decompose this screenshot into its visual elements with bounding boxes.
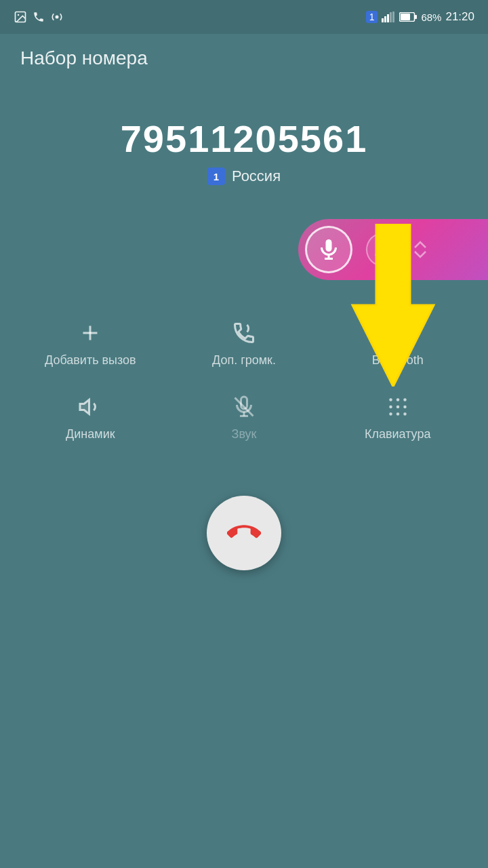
- mute-sound-button[interactable]: Звук: [167, 381, 321, 455]
- call-options-grid: Добавить вызов Доп. громк. Bluetooth Дин…: [14, 307, 474, 455]
- svg-rect-12: [326, 239, 332, 252]
- number-area: 79511205561 1 Россия: [0, 76, 488, 199]
- phone-number: 79511205561: [14, 117, 474, 161]
- bluetooth-button[interactable]: Bluetooth: [321, 307, 474, 381]
- extra-volume-label: Доп. громк.: [212, 353, 276, 368]
- svg-point-25: [389, 398, 392, 401]
- svg-rect-9: [401, 14, 410, 20]
- status-left-icons: [14, 10, 64, 24]
- signal-icon: [50, 10, 64, 24]
- speaker-button[interactable]: Динамик: [14, 381, 167, 455]
- svg-rect-10: [415, 15, 417, 19]
- svg-rect-3: [382, 18, 384, 22]
- svg-point-26: [396, 398, 399, 401]
- svg-point-28: [389, 406, 392, 409]
- svg-marker-20: [80, 400, 89, 414]
- status-right-icons: 1 68% 21:20: [366, 10, 474, 24]
- signal-bars-icon: [382, 12, 395, 22]
- speaker-label: Динамик: [66, 427, 115, 441]
- svg-point-27: [403, 398, 407, 401]
- svg-rect-4: [384, 16, 386, 22]
- more-options-button[interactable]: [413, 241, 427, 258]
- end-call-icon: [227, 516, 261, 550]
- svg-rect-7: [392, 12, 394, 22]
- mute-button[interactable]: [305, 226, 352, 273]
- svg-point-33: [403, 412, 407, 416]
- gallery-icon: [14, 10, 27, 24]
- end-call-area: [0, 496, 488, 570]
- phone-ring-icon: [232, 321, 256, 345]
- chevron-up-icon: [413, 241, 427, 249]
- add-call-label: Добавить вызов: [45, 353, 136, 368]
- chevron-down-icon: [413, 250, 427, 258]
- svg-point-15: [379, 243, 385, 250]
- mic-icon: [317, 237, 341, 262]
- add-call-button[interactable]: Добавить вызов: [14, 307, 167, 381]
- svg-point-32: [396, 412, 399, 416]
- keypad-label: Клавиатура: [365, 427, 431, 441]
- battery-icon: [399, 12, 417, 22]
- svg-point-2: [56, 16, 59, 19]
- keypad-icon: [386, 395, 410, 419]
- sim-number: 1: [366, 11, 378, 23]
- page-title: Набор номера: [0, 34, 488, 76]
- plus-icon: [78, 321, 102, 345]
- end-call-button[interactable]: [207, 496, 281, 570]
- speaker-icon: [78, 395, 102, 419]
- battery-percent: 68%: [421, 12, 441, 23]
- svg-rect-6: [390, 12, 392, 22]
- keypad-button[interactable]: Клавиатура: [321, 381, 474, 455]
- country-name: Россия: [232, 167, 281, 185]
- phone-icon: [33, 11, 45, 23]
- time-display: 21:20: [445, 10, 474, 24]
- svg-point-31: [389, 412, 392, 416]
- action-bar-wrapper: [0, 219, 488, 280]
- add-contact-button[interactable]: [366, 233, 400, 267]
- svg-point-30: [403, 406, 407, 409]
- svg-point-29: [396, 406, 399, 409]
- sim-badge: 1: [207, 167, 225, 185]
- add-contact-icon: [374, 241, 392, 258]
- status-bar: 1 68% 21:20: [0, 0, 488, 34]
- mute-label: Звук: [232, 427, 257, 441]
- bluetooth-icon: [386, 321, 410, 345]
- mic-off-icon: [232, 395, 256, 419]
- action-bar: [298, 219, 488, 280]
- svg-point-1: [18, 14, 19, 16]
- svg-rect-5: [387, 14, 389, 22]
- country-row: 1 Россия: [14, 167, 474, 185]
- bluetooth-label: Bluetooth: [372, 353, 424, 368]
- extra-volume-button[interactable]: Доп. громк.: [167, 307, 321, 381]
